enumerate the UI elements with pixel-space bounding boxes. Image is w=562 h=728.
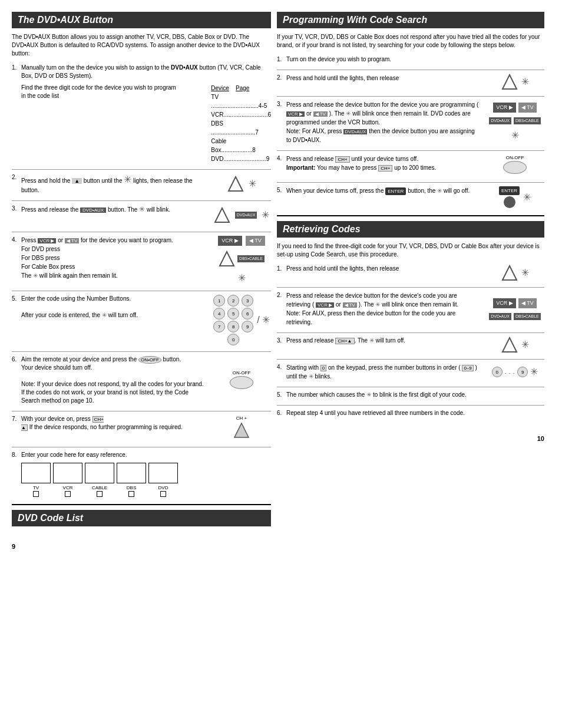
key-6: 6: [242, 308, 253, 319]
star-cs3: ✳: [511, 130, 519, 140]
retrieving-steps: 1. Press and hold until the lights, then…: [277, 265, 544, 417]
ret-step-4-content: Starting with 0 on the keypad, press the…: [286, 363, 544, 381]
vcr-btn-4: VCR ▶: [218, 236, 242, 246]
step-5-diagram: 1 2 3 4 5 6 7 8 9 0: [212, 295, 271, 345]
key-1: 1: [213, 295, 225, 307]
retrieving-codes-header: Retrieving Codes: [277, 221, 544, 238]
ret-step-4-text: Starting with 0 on the keypad, press the…: [286, 364, 477, 380]
checkbox-vcr: [65, 491, 71, 497]
cs-step-4-num: 4.: [277, 154, 286, 176]
code-label-cable: CABLE: [92, 485, 107, 491]
triangle-ret1: [501, 265, 518, 281]
step-5-content: Enter the code using the Number Buttons.…: [21, 295, 271, 345]
ret-step-1-diagram: ✳: [485, 265, 544, 281]
device-table: Device Page TV .........................…: [211, 84, 271, 163]
step-3-diagram: DVD•AUX ✳: [212, 205, 271, 226]
enter-btn-cs5: ENTER: [499, 186, 520, 195]
on-off-btn-cs4: [503, 161, 527, 174]
checkbox-dbs: [128, 491, 134, 497]
step-1-num: 1.: [12, 64, 21, 163]
num-9-ret4: 9: [517, 367, 528, 377]
cs-step-3-content: Press and release the device button for …: [286, 100, 544, 144]
code-box-dvd: DVD: [148, 463, 178, 497]
star-cs-2: ✳: [521, 75, 529, 88]
step-4-num: 4.: [12, 236, 21, 285]
step-1: 1. Manually turn on the the device you w…: [12, 64, 271, 163]
ch-plus-label: CH +: [233, 415, 250, 421]
triangle-icon-2: [227, 176, 244, 192]
step-6: 6. Aim the remote at your device and pre…: [12, 355, 271, 405]
vcr-btn-cs3: VCR ▶: [493, 103, 516, 113]
key-7: 7: [213, 321, 225, 332]
cs-step-2-diagram: ✳: [485, 74, 544, 90]
dvd-aux-cs3: DVD•AUX: [489, 117, 511, 124]
page-num-left: 9: [12, 543, 15, 550]
enter-circle-cs5: [504, 196, 515, 208]
cs-step-2-num: 2.: [277, 74, 286, 90]
step-1-text: Manually turn on the the device you wish…: [21, 64, 261, 79]
star-ret4: ✳: [530, 365, 538, 378]
step-7-num: 7.: [12, 415, 21, 440]
dvd-aux-section-header: The DVD•AUX Button: [12, 12, 271, 28]
step-2: 2. Press and hold the ▲ button until the…: [12, 173, 271, 195]
code-search-intro: If your TV, VCR, DVD, DBS or Cable Box d…: [277, 33, 544, 50]
triangle-icon-3: [214, 207, 230, 223]
star-icon-2: ✳: [249, 177, 256, 190]
code-boxes: TV VCR: [21, 463, 271, 497]
star-ret1: ✳: [521, 266, 529, 279]
step-5-num: 5.: [12, 295, 21, 345]
ret-step-2-text: Press and release the device button for …: [286, 292, 458, 325]
retrieving-intro: If you need to find the three-digit code…: [277, 242, 544, 259]
vcr-btn-ret2: VCR ▶: [493, 298, 516, 308]
key-4: 4: [213, 308, 225, 319]
dbs-cable-cs3: DBS•CABLE: [514, 117, 541, 124]
step-6-text: Aim the remote at your device and press …: [21, 356, 204, 404]
step-6-content: Aim the remote at your device and press …: [21, 355, 271, 405]
step-4-content: Press VCR ▶ or ◀ TV for the device you w…: [21, 236, 271, 285]
code-search-header: Programming With Code Search: [277, 12, 544, 28]
code-box-dbs: DBS: [117, 463, 146, 497]
ret-step-2: 2. Press and release the device button f…: [277, 291, 544, 327]
triangle-ret3: [501, 337, 518, 353]
ret-step-1-content: Press and hold until the lights, then re…: [286, 265, 544, 281]
ret-step-4: 4. Starting with 0 on the keypad, press …: [277, 363, 544, 381]
cs-step-3-text: Press and release the device button for …: [286, 101, 478, 143]
star-cs5: ✳: [523, 191, 531, 204]
svg-marker-3: [234, 423, 249, 437]
cs-step-5-content: When your device turns off, press the EN…: [286, 186, 544, 208]
code-search-step-2: 2. Press and hold until the lights, then…: [277, 74, 544, 90]
code-search-step-3: 3. Press and release the device button f…: [277, 100, 544, 144]
ret-step-4-num: 4.: [277, 363, 286, 381]
code-search-steps: 1. Turn on the device you wish to progra…: [277, 55, 544, 208]
dot-range-ret4: . . .: [505, 368, 515, 376]
code-search-step-1: 1. Turn on the device you wish to progra…: [277, 55, 544, 64]
step-8-text: Enter your code here for easy reference.: [21, 452, 127, 458]
code-label-tv: TV: [33, 485, 39, 491]
svg-marker-4: [503, 75, 517, 89]
left-column: The DVD•AUX Button The DVD•AUX Button al…: [12, 12, 271, 716]
code-search-step-4: 4. Press and release CH+ until your devi…: [277, 154, 544, 176]
star-ret3: ✳: [521, 338, 529, 351]
dvd-code-list-header: DVD Code List: [12, 510, 271, 526]
dvd-aux-label-3: DVD•AUX: [235, 212, 257, 219]
dvd-aux-intro: The DVD•AUX Button allows you to assign …: [12, 33, 271, 58]
triangle-cs-2: [501, 74, 518, 90]
step-5: 5. Enter the code using the Number Butto…: [12, 295, 271, 345]
dvd-aux-ret2: DVD•AUX: [489, 313, 511, 320]
tv-btn-cs3: ◀ TV: [518, 103, 537, 113]
step-3-num: 3.: [12, 205, 21, 226]
ret-step-1-num: 1.: [277, 265, 286, 281]
ret-step-3-content: Press and release CH+▲. The ✳ will turn …: [286, 337, 544, 353]
key-8: 8: [227, 321, 239, 332]
svg-marker-5: [503, 266, 517, 280]
ret-step-2-num: 2.: [277, 291, 286, 327]
cs-step-4-text: Press and release CH+ until your device …: [286, 156, 436, 171]
on-off-label-cs4: ON-OFF: [503, 154, 527, 161]
ret-step-3-text: Press and release CH+▲. The ✳ will turn …: [286, 337, 405, 344]
dbs-cable-label-4: DBS•CABLE: [237, 255, 265, 262]
step-3-content: Press and release the DVD•AUX button. Th…: [21, 205, 271, 226]
triangle-icon-4: [219, 251, 235, 267]
step-4-diagram: VCR ▶ ◀ TV DBS•CABLE ✳: [212, 236, 271, 285]
cs-step-5-num: 5.: [277, 186, 286, 208]
ret-step-6: 6. Repeat step 4 until you have retrieve…: [277, 409, 544, 417]
